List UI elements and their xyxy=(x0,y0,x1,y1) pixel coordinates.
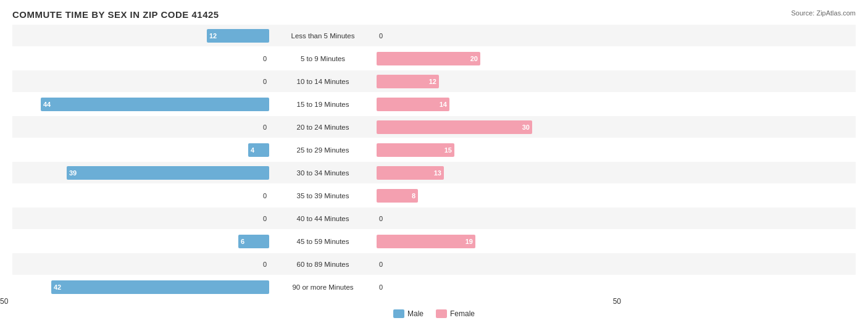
female-bar: 13 xyxy=(377,166,444,180)
male-bar: 6 xyxy=(238,235,269,248)
row-label: Less than 5 Minutes xyxy=(272,32,374,40)
female-value-inside: 20 xyxy=(468,55,480,62)
right-bar-area: 0 xyxy=(374,32,633,40)
male-value-inside: 12 xyxy=(207,32,219,40)
row-label: 40 to 44 Minutes xyxy=(272,215,374,222)
male-value: 0 xyxy=(254,215,267,222)
female-bar: 19 xyxy=(377,235,475,248)
female-bar: 20 xyxy=(377,52,480,65)
left-bar-area: 0 xyxy=(12,55,272,62)
male-bar: 12 xyxy=(207,29,269,43)
chart-row: 035 to 39 Minutes8 xyxy=(12,185,856,206)
legend-female: Female xyxy=(436,309,475,318)
bottom-area: 50 50 Male Female xyxy=(0,295,868,318)
source-label: Source: ZipAtlas.com xyxy=(791,9,856,17)
male-value: 0 xyxy=(254,124,267,131)
female-value-inside: 30 xyxy=(520,124,532,131)
right-bar-area: 30 xyxy=(374,120,633,134)
axis-left: 50 xyxy=(0,297,259,306)
left-bar-area: 4 xyxy=(12,143,272,157)
right-bar-area: 20 xyxy=(374,52,633,65)
male-value-inside: 44 xyxy=(41,101,53,108)
legend-male: Male xyxy=(393,309,424,318)
chart-row: 05 to 9 Minutes20 xyxy=(12,48,856,69)
female-value-inside: 14 xyxy=(437,101,449,108)
male-value-inside: 4 xyxy=(248,146,257,154)
chart-row: 645 to 59 Minutes19 xyxy=(12,230,856,252)
female-bar: 15 xyxy=(377,143,454,157)
female-value-inside: 8 xyxy=(409,192,418,199)
row-label: 35 to 39 Minutes xyxy=(272,192,374,199)
chart-row: 020 to 24 Minutes30 xyxy=(12,116,856,138)
left-bar-area: 0 xyxy=(12,261,272,268)
chart-row: 040 to 44 Minutes0 xyxy=(12,208,856,229)
male-value: 0 xyxy=(254,261,267,268)
row-label: 25 to 29 Minutes xyxy=(272,146,374,154)
male-value: 0 xyxy=(254,192,267,199)
male-value-inside: 39 xyxy=(67,169,79,177)
row-label: 30 to 34 Minutes xyxy=(272,169,374,177)
right-bar-area: 0 xyxy=(374,283,633,291)
row-label: 45 to 59 Minutes xyxy=(272,238,374,245)
male-bar: 4 xyxy=(248,143,269,157)
left-bar-area: 0 xyxy=(12,78,272,85)
female-value-inside: 15 xyxy=(442,146,454,154)
right-bar-area: 8 xyxy=(374,189,633,203)
legend-male-box xyxy=(393,309,404,318)
axis-right-label: 50 xyxy=(613,297,621,306)
left-bar-area: 0 xyxy=(12,215,272,222)
left-bar-area: 42 xyxy=(12,280,272,294)
female-value: 0 xyxy=(379,32,391,40)
right-bar-area: 0 xyxy=(374,215,633,222)
chart-row: 010 to 14 Minutes12 xyxy=(12,70,856,92)
legend: Male Female xyxy=(0,309,868,318)
row-label: 60 to 89 Minutes xyxy=(272,261,374,268)
row-label: 10 to 14 Minutes xyxy=(272,78,374,85)
legend-male-label: Male xyxy=(407,309,424,318)
row-label: 5 to 9 Minutes xyxy=(272,55,374,62)
chart-row: 4415 to 19 Minutes14 xyxy=(12,93,856,115)
left-bar-area: 12 xyxy=(12,29,272,43)
female-value-inside: 19 xyxy=(463,238,475,245)
female-bar: 8 xyxy=(377,189,418,203)
female-value: 0 xyxy=(379,215,391,222)
male-value-inside: 42 xyxy=(51,283,64,291)
chart-row: 425 to 29 Minutes15 xyxy=(12,139,856,161)
axis-left-label: 50 xyxy=(0,297,8,306)
right-bar-area: 13 xyxy=(374,166,633,180)
male-value: 0 xyxy=(254,55,267,62)
female-bar: 30 xyxy=(377,120,532,134)
male-value-inside: 6 xyxy=(238,238,247,245)
female-bar: 12 xyxy=(377,75,439,88)
right-bar-area: 15 xyxy=(374,143,633,157)
right-bar-area: 12 xyxy=(374,75,633,88)
female-value-inside: 13 xyxy=(432,169,444,177)
chart-title: COMMUTE TIME BY SEX IN ZIP CODE 41425 xyxy=(12,9,856,20)
right-bar-area: 19 xyxy=(374,235,633,248)
axis-row: 50 50 xyxy=(0,297,868,306)
left-bar-area: 0 xyxy=(12,124,272,131)
left-bar-area: 0 xyxy=(12,192,272,199)
right-bar-area: 0 xyxy=(374,261,633,268)
legend-female-label: Female xyxy=(450,309,475,318)
chart-row: 12Less than 5 Minutes0 xyxy=(12,25,856,46)
chart-row: 060 to 89 Minutes0 xyxy=(12,253,856,275)
female-value: 0 xyxy=(379,283,391,291)
male-bar: 39 xyxy=(67,166,269,180)
right-bar-area: 14 xyxy=(374,98,633,111)
female-value-inside: 12 xyxy=(427,78,439,85)
chart-container: COMMUTE TIME BY SEX IN ZIP CODE 41425 So… xyxy=(0,0,868,323)
left-bar-area: 6 xyxy=(12,235,272,248)
left-bar-area: 39 xyxy=(12,166,272,180)
left-bar-area: 44 xyxy=(12,98,272,111)
male-bar: 44 xyxy=(41,98,269,111)
axis-right: 50 xyxy=(362,297,621,306)
chart-row: 3930 to 34 Minutes13 xyxy=(12,162,856,183)
chart-area: 12Less than 5 Minutes005 to 9 Minutes200… xyxy=(12,25,856,271)
male-value: 0 xyxy=(254,78,267,85)
row-label: 15 to 19 Minutes xyxy=(272,101,374,108)
male-bar: 42 xyxy=(51,280,269,294)
legend-female-box xyxy=(436,309,447,318)
row-label: 20 to 24 Minutes xyxy=(272,124,374,131)
female-value: 0 xyxy=(379,261,391,268)
